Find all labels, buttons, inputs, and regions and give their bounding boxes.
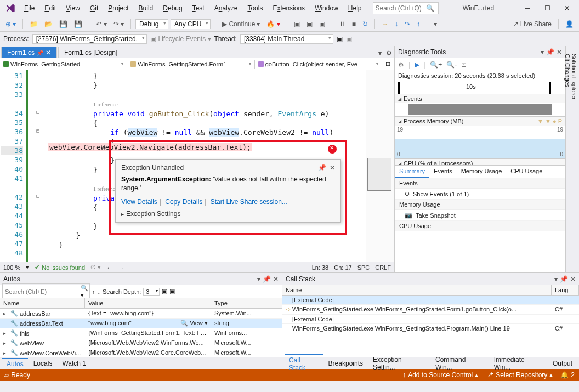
take-snapshot-link[interactable]: 📷 Take Snapshot xyxy=(395,210,565,221)
solution-explorer-tab[interactable]: Solution Explorer xyxy=(571,50,577,268)
error-nav[interactable]: ∅ ▾ xyxy=(90,264,101,271)
nav-next[interactable]: → xyxy=(118,264,124,271)
reset-zoom-icon[interactable]: ⊡ xyxy=(461,61,467,69)
menu-help[interactable]: Help xyxy=(344,2,366,14)
indent-indicator[interactable]: SPC xyxy=(357,264,370,271)
table-row[interactable]: [External Code] xyxy=(282,315,579,324)
save-button[interactable]: 💾 xyxy=(57,19,70,29)
diag-tab-memory[interactable]: Memory Usage xyxy=(457,166,507,178)
tool-icon[interactable]: ▣ xyxy=(162,288,167,295)
tab-form1-cs[interactable]: Form1.cs 📌 ✕ xyxy=(1,47,57,58)
tab-autos[interactable]: Autos xyxy=(2,358,28,369)
diag-tab-summary[interactable]: Summary xyxy=(395,166,429,178)
restart-button[interactable]: ↻ xyxy=(360,19,370,29)
menu-analyze[interactable]: Analyze xyxy=(210,2,242,14)
gear-icon[interactable]: ⚙ xyxy=(398,61,404,69)
exception-settings-toggle[interactable]: Exception Settings xyxy=(121,210,335,218)
close-icon[interactable]: ✕ xyxy=(330,164,335,172)
diag-events-header[interactable]: Events xyxy=(395,94,565,103)
undo-button[interactable]: ↶ ▾ xyxy=(94,19,109,29)
tab-dropdown[interactable]: ▾ xyxy=(376,48,384,58)
split-editor-icon[interactable]: ⊞ xyxy=(382,60,394,67)
autos-search[interactable]: 🔍 ▾ xyxy=(2,283,90,300)
redo-button[interactable]: ↷ ▾ xyxy=(111,19,126,29)
crumb-class[interactable]: WinForms_GettingStarted.Form1 xyxy=(127,60,254,69)
menu-window[interactable]: Window xyxy=(310,2,343,14)
minimap-viewport[interactable] xyxy=(367,158,391,191)
table-row[interactable]: ▸🔧 addressBar{Text = "www.bing.com"}Syst… xyxy=(0,309,282,319)
tab-form1-design[interactable]: Form1.cs [Design] xyxy=(58,47,123,58)
table-row[interactable]: ➪ WinForms_GettingStarted.exe!WinForms_G… xyxy=(282,305,579,315)
tab-watch1[interactable]: Watch 1 xyxy=(58,359,90,368)
notifications-button[interactable]: 🔔 2 xyxy=(560,371,575,379)
step-out-button[interactable]: ↑ xyxy=(415,19,422,29)
maximize-button[interactable]: ☐ xyxy=(537,2,557,15)
table-row[interactable]: WinForms_GettingStarted.exe!WinForms_Get… xyxy=(282,324,579,333)
tool-c[interactable]: ▣ xyxy=(317,19,327,29)
nav-prev[interactable]: ← xyxy=(106,264,112,271)
diag-cpu-header-peek[interactable]: CPU (% of all processors) xyxy=(395,159,565,166)
open-file-button[interactable]: 📂 xyxy=(42,19,55,29)
menu-file[interactable]: File xyxy=(20,2,39,14)
close-icon[interactable]: ✕ xyxy=(557,48,562,56)
pin-icon[interactable]: 📌 xyxy=(560,275,568,283)
close-button[interactable]: ✕ xyxy=(557,2,577,15)
crumb-project[interactable]: WinForms_GettingStarted xyxy=(0,60,127,69)
source-control-button[interactable]: ↑ Add to Source Control ▴ xyxy=(402,371,478,379)
close-icon[interactable]: ✕ xyxy=(273,275,279,283)
tab-command-window[interactable]: Command Win... xyxy=(431,355,489,372)
char-indicator[interactable]: Ch: 17 xyxy=(334,264,351,271)
tab-exception-settings[interactable]: Exception Settin... xyxy=(368,355,430,372)
dropdown-icon[interactable]: ▾ xyxy=(554,275,558,283)
tab-immediate-window[interactable]: Immediate Win... xyxy=(490,355,547,372)
tab-locals[interactable]: Locals xyxy=(29,359,57,368)
no-issues-indicator[interactable]: ✔ No issues found xyxy=(35,264,85,271)
select-repo-button[interactable]: ⎇ Select Repository ▴ xyxy=(486,371,553,379)
pin-icon[interactable]: 📌 xyxy=(263,275,271,283)
dropdown-icon[interactable]: ▾ xyxy=(541,48,544,56)
eol-indicator[interactable]: CRLF xyxy=(375,264,391,271)
stack-frame-button[interactable]: ▣ xyxy=(337,35,343,43)
dropdown-icon[interactable]: ▾ xyxy=(257,275,260,283)
show-next-statement[interactable]: → xyxy=(379,19,390,29)
stack-frame-button2[interactable]: ▣ xyxy=(346,35,352,43)
tab-breakpoints[interactable]: Breakpoints xyxy=(324,359,367,368)
new-item-button[interactable]: 📁 xyxy=(27,19,40,29)
menu-build[interactable]: Build xyxy=(134,2,158,14)
view-details-link[interactable]: View Details xyxy=(121,198,157,206)
copy-details-link[interactable]: Copy Details xyxy=(165,198,202,206)
menu-git[interactable]: Git xyxy=(86,2,103,14)
live-share-link[interactable]: Start Live Share session... xyxy=(211,198,287,206)
lifecycle-button[interactable]: ▣ Lifecycle Events ▾ xyxy=(150,35,211,43)
nav-back-button[interactable]: ⊕ ▾ xyxy=(3,19,18,29)
zoom-out-icon[interactable]: 🔍- xyxy=(446,61,457,69)
tab-callstack[interactable]: Call Stack xyxy=(285,354,323,373)
diag-tab-events[interactable]: Events xyxy=(429,166,457,178)
pause-button[interactable]: ⏸ xyxy=(337,19,348,29)
tool-a[interactable]: ▣ xyxy=(292,19,302,29)
nav-up-icon[interactable]: ↑ xyxy=(92,288,95,295)
diag-ruler[interactable]: 10s xyxy=(395,82,565,94)
close-icon[interactable]: ✕ xyxy=(570,275,576,283)
table-row[interactable]: ▸🔧 webView{Microsoft.Web.WebView2.WinFor… xyxy=(0,338,282,348)
diag-memory-header[interactable]: Process Memory (MB)▼ ▼ ● P xyxy=(395,117,565,126)
minimize-button[interactable]: ─ xyxy=(518,2,537,15)
tab-output[interactable]: Output xyxy=(548,359,577,368)
diag-tab-cpu[interactable]: CPU Usage xyxy=(506,166,547,178)
table-row[interactable]: 🔧 addressBar.Text"www.bing.com" 🔍 View ▾… xyxy=(0,319,282,328)
menu-extensions[interactable]: Extensions xyxy=(268,2,309,14)
select-tool-icon[interactable]: ▶ xyxy=(415,61,419,69)
quick-search[interactable]: 🔍 xyxy=(373,2,439,14)
pin-icon[interactable]: 📌 xyxy=(37,50,43,56)
process-combo[interactable]: [27576] WinForms_GettingStarted. xyxy=(32,34,147,44)
step-over-button[interactable]: ↷ xyxy=(402,19,412,29)
zoom-in-icon[interactable]: 🔍+ xyxy=(430,61,442,69)
quick-search-input[interactable] xyxy=(376,4,426,12)
depth-combo[interactable]: 3▾ xyxy=(143,288,160,296)
menu-view[interactable]: View xyxy=(61,2,84,14)
tool-icon2[interactable]: ▣ xyxy=(169,288,175,295)
autos-search-input[interactable] xyxy=(5,285,81,299)
stop-button[interactable]: ■ xyxy=(350,19,358,29)
table-row[interactable]: [External Code] xyxy=(282,296,579,305)
menu-tools[interactable]: Tools xyxy=(243,2,267,14)
